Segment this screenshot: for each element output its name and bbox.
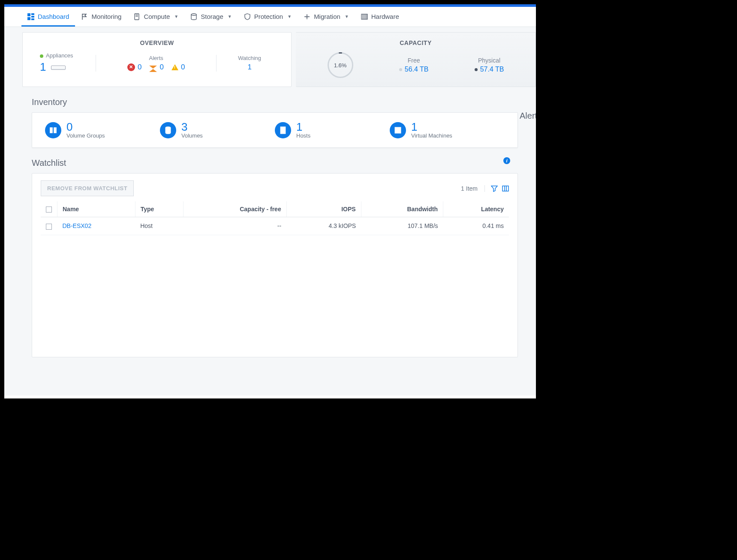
table-row[interactable]: DB-ESX02 Host -- 4.3 kIOPS 107.1 MB/s 0.…	[41, 217, 509, 235]
warning-minor-icon	[171, 64, 178, 70]
alert-error[interactable]: ✕0	[127, 63, 141, 72]
inv-volume-groups[interactable]: 0Volume Groups	[45, 121, 160, 139]
appliances-label: Appliances	[40, 52, 87, 59]
nav-label: Protection	[254, 13, 283, 20]
volume-groups-icon	[45, 122, 61, 138]
watchlist-table: Name Type Capacity - free IOPS Bandwidth…	[41, 201, 509, 235]
row-bandwidth: 107.1 MB/s	[361, 217, 443, 235]
col-capacity[interactable]: Capacity - free	[183, 201, 286, 217]
physical-label: Physical	[475, 57, 504, 64]
row-latency: 0.41 ms	[443, 217, 509, 235]
main-nav: Dashboard Monitoring Compute▼ Storage▼ P…	[4, 7, 536, 27]
row-type: Host	[135, 217, 183, 235]
nav-label: Monitoring	[91, 13, 121, 20]
side-alerts-title: Alerts	[520, 111, 536, 121]
hardware-icon	[361, 13, 368, 20]
dashboard-icon	[27, 13, 34, 20]
watchlist-title: Watchlist	[32, 158, 66, 168]
storage-icon	[190, 13, 197, 20]
info-icon[interactable]: i	[503, 157, 510, 164]
svg-rect-17	[280, 127, 285, 134]
nav-label: Migration	[314, 13, 340, 20]
nav-label: Storage	[201, 13, 223, 20]
shield-icon	[244, 13, 251, 20]
free-value[interactable]: 56.4 TB	[399, 66, 429, 73]
svg-rect-4	[31, 18, 34, 20]
overview-title: OVERVIEW	[31, 39, 283, 46]
col-bandwidth[interactable]: Bandwidth	[361, 201, 443, 217]
appliance-icon	[51, 66, 66, 70]
migration-icon	[304, 13, 310, 20]
col-type[interactable]: Type	[135, 201, 183, 217]
select-all-checkbox[interactable]	[46, 207, 52, 213]
hosts-icon	[275, 122, 291, 138]
alerts-label: Alerts	[105, 55, 208, 61]
warning-major-icon	[149, 66, 157, 69]
free-label: Free	[399, 57, 429, 64]
inv-vms[interactable]: vm 1Virtual Machines	[390, 121, 505, 139]
caret-icon: ▼	[287, 14, 292, 19]
item-count: 1 Item	[461, 185, 478, 192]
svg-rect-15	[54, 127, 57, 133]
watching-label: Watching	[238, 55, 261, 61]
columns-icon[interactable]	[502, 185, 509, 192]
row-name[interactable]: DB-ESX02	[57, 217, 135, 235]
row-checkbox[interactable]	[46, 224, 52, 230]
flag-icon	[81, 13, 88, 20]
inventory-card: 0Volume Groups 3Volumes 1Hosts vm 1Virtu…	[32, 112, 518, 148]
nav-label: Dashboard	[38, 13, 69, 20]
inventory-title: Inventory	[32, 97, 536, 107]
svg-rect-3	[27, 17, 30, 20]
svg-text:vm: vm	[396, 129, 400, 132]
svg-rect-5	[135, 14, 139, 20]
capacity-title: CAPACITY	[304, 39, 527, 46]
remove-from-watchlist-button[interactable]: REMOVE FROM WATCHLIST	[41, 180, 134, 196]
physical-value[interactable]: 57.4 TB	[475, 66, 504, 73]
watching-count[interactable]: 1	[238, 63, 261, 72]
nav-label: Hardware	[371, 13, 399, 20]
compute-icon	[133, 13, 140, 20]
vm-icon: vm	[390, 122, 406, 138]
nav-compute[interactable]: Compute▼	[127, 7, 184, 27]
alert-major[interactable]: 0	[149, 63, 163, 72]
caret-icon: ▼	[174, 14, 178, 19]
row-capacity: --	[183, 217, 286, 235]
svg-rect-14	[50, 127, 53, 133]
filter-icon[interactable]	[491, 185, 498, 192]
nav-label: Compute	[144, 13, 170, 20]
volumes-icon	[160, 122, 176, 138]
row-iops: 4.3 kIOPS	[286, 217, 361, 235]
alert-minor[interactable]: 0	[171, 63, 185, 72]
caret-icon: ▼	[345, 14, 349, 19]
nav-dashboard[interactable]: Dashboard	[21, 7, 75, 27]
inv-volumes[interactable]: 3Volumes	[160, 121, 275, 139]
inv-hosts[interactable]: 1Hosts	[275, 121, 390, 139]
overview-card: OVERVIEW Appliances 1 Alerts ✕0 0 0 Watc…	[22, 32, 292, 87]
capacity-card: CAPACITY 1.6% Free 56.4 TB Physical 57.4…	[296, 32, 536, 87]
nav-migration[interactable]: Migration▼	[298, 7, 355, 27]
watchlist-card: REMOVE FROM WATCHLIST 1 Item Name Type C…	[32, 173, 518, 357]
nav-protection[interactable]: Protection▼	[238, 7, 298, 27]
appliances-count[interactable]: 1	[40, 60, 87, 74]
error-icon: ✕	[127, 63, 135, 71]
svg-rect-1	[31, 13, 34, 15]
col-iops[interactable]: IOPS	[286, 201, 361, 217]
svg-rect-23	[502, 186, 508, 191]
col-latency[interactable]: Latency	[443, 201, 509, 217]
capacity-gauge: 1.6%	[328, 52, 353, 78]
nav-monitoring[interactable]: Monitoring	[75, 7, 127, 27]
svg-rect-0	[27, 13, 30, 16]
nav-hardware[interactable]: Hardware	[355, 7, 405, 27]
svg-point-8	[191, 14, 196, 15]
caret-icon: ▼	[228, 14, 232, 19]
svg-rect-2	[31, 16, 34, 18]
col-name[interactable]: Name	[57, 201, 135, 217]
nav-storage[interactable]: Storage▼	[184, 7, 238, 27]
